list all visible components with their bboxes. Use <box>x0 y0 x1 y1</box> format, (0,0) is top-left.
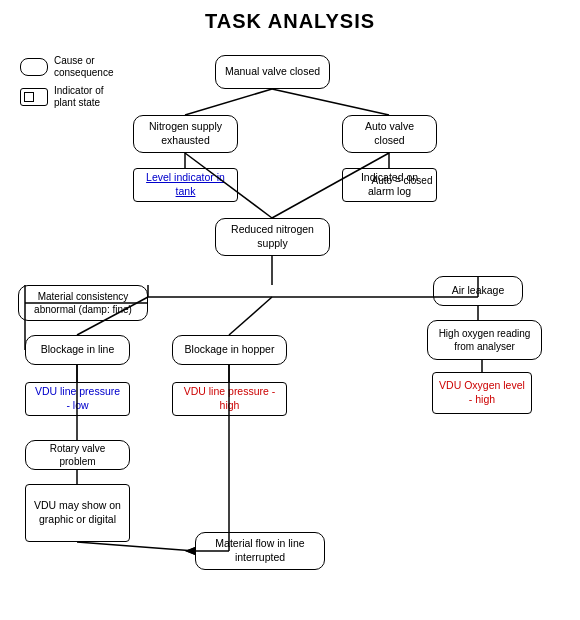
page-title: TASK ANALYSIS <box>10 10 570 33</box>
vdu-oxygen-node: VDU Oxygen level - high <box>432 372 532 414</box>
legend-cause-icon <box>20 58 48 76</box>
air-leakage-node: Air leakage <box>433 276 523 306</box>
nitrogen-supply-node: Nitrogen supply exhausted <box>133 115 238 153</box>
svg-marker-23 <box>185 547 195 555</box>
page: TASK ANALYSIS Cause orconsequence Indica… <box>0 0 580 620</box>
legend-indicator: Indicator ofplant state <box>20 85 114 109</box>
rotary-valve-node: Rotary valve problem <box>25 440 130 470</box>
manual-valve-node: Manual valve closed <box>215 55 330 89</box>
legend-indicator-icon <box>20 88 48 106</box>
vdu-line-low-node: VDU line pressure - low <box>25 382 130 416</box>
legend: Cause orconsequence Indicator ofplant st… <box>20 55 114 109</box>
material-consistency-node: Material consistency abnormal (damp: fin… <box>18 285 148 321</box>
level-indicator-node: Level indicator in tank <box>133 168 238 202</box>
vdu-graphic-node: VDU may show on graphic or digital <box>25 484 130 542</box>
svg-line-0 <box>185 89 272 115</box>
legend-indicator-label: Indicator ofplant state <box>54 85 103 109</box>
vdu-line-high-node: VDU line pressure - high <box>172 382 287 416</box>
svg-line-10 <box>229 297 272 335</box>
blockage-line-node: Blockage in line <box>25 335 130 365</box>
auto-closed-note: Auto = closed <box>357 175 447 186</box>
legend-cause: Cause orconsequence <box>20 55 114 79</box>
material-flow-node: Material flow in line interrupted <box>195 532 325 570</box>
high-oxygen-node: High oxygen reading from analyser <box>427 320 542 360</box>
reduced-nitrogen-node: Reduced nitrogen supply <box>215 218 330 256</box>
auto-valve-node: Auto valve closed <box>342 115 437 153</box>
svg-line-20 <box>77 542 195 551</box>
blockage-hopper-node: Blockage in hopper <box>172 335 287 365</box>
svg-marker-24 <box>185 547 195 555</box>
svg-line-1 <box>272 89 389 115</box>
legend-cause-label: Cause orconsequence <box>54 55 114 79</box>
